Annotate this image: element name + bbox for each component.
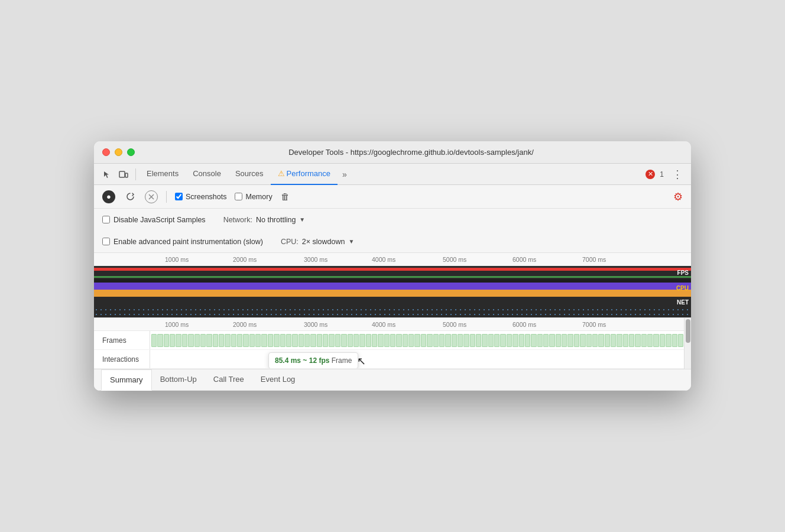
frame-block[interactable] [519, 334, 524, 347]
frame-block[interactable] [274, 334, 279, 347]
frame-block[interactable] [500, 334, 505, 347]
frame-block[interactable] [629, 334, 634, 347]
device-toggle-icon[interactable] [115, 166, 132, 183]
frame-block[interactable] [292, 334, 297, 347]
frame-block[interactable] [408, 334, 414, 347]
frame-block[interactable] [463, 334, 469, 347]
frame-block[interactable] [556, 334, 561, 347]
frame-block[interactable] [280, 334, 286, 347]
frame-block[interactable] [323, 334, 328, 347]
frame-block[interactable] [231, 334, 236, 347]
frame-block[interactable] [243, 334, 248, 347]
memory-checkbox[interactable] [235, 193, 242, 200]
frame-block[interactable] [445, 334, 450, 347]
frame-block[interactable] [219, 334, 224, 347]
frame-block[interactable] [310, 334, 316, 347]
tab-elements[interactable]: Elements [140, 164, 186, 185]
screenshots-checkbox[interactable] [175, 193, 183, 200]
reload-button[interactable] [124, 190, 137, 203]
frame-block[interactable] [213, 334, 218, 347]
frame-block[interactable] [476, 334, 481, 347]
cursor-tool-icon[interactable] [99, 166, 115, 183]
frame-block[interactable] [372, 334, 377, 347]
tab-bottom-up[interactable]: Bottom-Up [152, 369, 205, 391]
frame-block[interactable] [611, 334, 616, 347]
frames-content[interactable] [150, 331, 691, 349]
frame-block[interactable] [562, 334, 567, 347]
timeline-scrollbar[interactable] [684, 318, 691, 369]
frame-block[interactable] [482, 334, 487, 347]
frame-block[interactable] [531, 334, 536, 347]
screenshots-checkbox-label[interactable]: Screenshots [175, 193, 226, 201]
frame-block[interactable] [268, 334, 273, 347]
frame-block[interactable] [194, 334, 200, 347]
frame-block[interactable] [549, 334, 554, 347]
frame-block[interactable] [286, 334, 291, 347]
frame-block[interactable] [348, 334, 353, 347]
maximize-button[interactable] [127, 148, 135, 156]
frame-block[interactable] [188, 334, 193, 347]
stop-button[interactable] [145, 190, 158, 203]
frame-block[interactable] [427, 334, 432, 347]
close-button[interactable] [102, 148, 110, 156]
frame-block[interactable] [384, 334, 390, 347]
frame-block[interactable] [641, 334, 647, 347]
frame-block[interactable] [157, 334, 163, 347]
record-button[interactable]: ● [102, 190, 115, 203]
minimize-button[interactable] [115, 148, 122, 156]
frame-block[interactable] [421, 334, 426, 347]
frame-block[interactable] [261, 334, 267, 347]
clear-button[interactable]: 🗑 [281, 192, 290, 202]
more-options-button[interactable]: ⋮ [669, 168, 686, 181]
frame-block[interactable] [403, 334, 408, 347]
tab-console[interactable]: Console [186, 164, 228, 185]
interactions-content[interactable]: ↖ 85.4 ms ~ 12 fps Frame [150, 350, 691, 368]
frame-block[interactable] [598, 334, 604, 347]
tab-more[interactable]: » [338, 170, 352, 179]
tab-call-tree[interactable]: Call Tree [205, 369, 252, 391]
memory-checkbox-label[interactable]: Memory [235, 193, 272, 201]
timeline-overview[interactable]: 1000 ms 2000 ms 3000 ms 4000 ms 5000 ms … [94, 253, 691, 318]
frame-block[interactable] [586, 334, 592, 347]
frame-block[interactable] [592, 334, 598, 347]
disable-js-checkbox[interactable] [102, 216, 110, 223]
timeline-main[interactable]: 1000 ms 2000 ms 3000 ms 4000 ms 5000 ms … [94, 318, 691, 369]
frame-block[interactable] [580, 334, 585, 347]
frame-block[interactable] [494, 334, 499, 347]
frame-block[interactable] [672, 334, 677, 347]
frame-block[interactable] [488, 334, 494, 347]
frame-block[interactable] [414, 334, 420, 347]
frame-block[interactable] [341, 334, 346, 347]
frame-block[interactable] [537, 334, 543, 347]
frame-block[interactable] [237, 334, 242, 347]
tab-summary[interactable]: Summary [101, 369, 152, 391]
frame-block[interactable] [617, 334, 622, 347]
frame-block[interactable] [359, 334, 365, 347]
tab-sources[interactable]: Sources [228, 164, 271, 185]
frame-block[interactable] [567, 334, 573, 347]
frame-block[interactable] [623, 334, 628, 347]
frame-block[interactable] [433, 334, 439, 347]
frame-block[interactable] [543, 334, 549, 347]
scrollbar-thumb[interactable] [686, 319, 690, 343]
frame-block[interactable] [249, 334, 255, 347]
frame-block[interactable] [458, 334, 463, 347]
frame-block[interactable] [507, 334, 512, 347]
frame-block[interactable] [666, 334, 671, 347]
frame-block[interactable] [470, 334, 475, 347]
frame-block[interactable] [329, 334, 334, 347]
frame-block[interactable] [225, 334, 230, 347]
frame-block[interactable] [396, 334, 401, 347]
frame-block[interactable] [317, 334, 322, 347]
frame-block[interactable] [182, 334, 187, 347]
frame-block[interactable] [660, 334, 665, 347]
tab-event-log[interactable]: Event Log [252, 369, 304, 391]
frame-block[interactable] [206, 334, 212, 347]
frame-block[interactable] [653, 334, 659, 347]
frame-block[interactable] [678, 334, 683, 347]
cpu-select[interactable]: CPU: 2× slowdown ▼ [281, 238, 354, 246]
network-select[interactable]: Network: No throttling ▼ [223, 216, 306, 224]
frame-block[interactable] [176, 334, 181, 347]
frame-block[interactable] [439, 334, 445, 347]
frame-block[interactable] [255, 334, 261, 347]
